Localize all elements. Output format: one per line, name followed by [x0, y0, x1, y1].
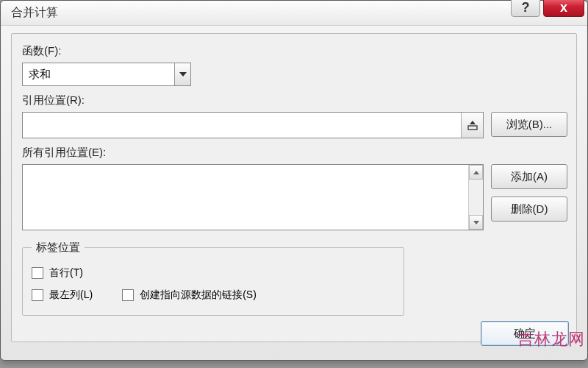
- top-row-option[interactable]: 首行(T): [32, 266, 395, 280]
- chevron-up-icon: [473, 171, 479, 174]
- ok-button-label: 确定: [514, 327, 536, 341]
- all-references-listbox[interactable]: [22, 164, 484, 230]
- label-position-group: 标签位置 首行(T) 最左列(L) 创建指向源数据的链接(S): [22, 241, 404, 316]
- reference-input[interactable]: [23, 119, 461, 132]
- close-icon: x: [560, 0, 567, 15]
- all-references-label: 所有引用位置(E):: [22, 146, 567, 160]
- svg-marker-2: [470, 121, 476, 124]
- close-button[interactable]: x: [543, 0, 584, 17]
- add-button[interactable]: 添加(A): [491, 164, 567, 189]
- help-button[interactable]: ?: [511, 0, 540, 17]
- chevron-down-icon: [179, 72, 187, 77]
- svg-marker-3: [473, 171, 479, 174]
- function-combobox[interactable]: [22, 63, 191, 86]
- create-links-option[interactable]: 创建指向源数据的链接(S): [122, 289, 257, 302]
- delete-button-label: 删除(D): [511, 202, 548, 216]
- left-column-label: 最左列(L): [49, 289, 93, 302]
- create-links-label: 创建指向源数据的链接(S): [140, 289, 257, 302]
- top-row-label: 首行(T): [49, 266, 83, 280]
- help-icon: ?: [522, 0, 530, 15]
- svg-rect-1: [468, 126, 477, 130]
- ok-button[interactable]: 确定: [481, 321, 569, 346]
- function-dropdown-button[interactable]: [174, 63, 190, 85]
- scroll-down-button[interactable]: [469, 215, 483, 230]
- reference-label: 引用位置(R):: [22, 93, 567, 107]
- range-select-icon: [467, 120, 478, 130]
- inner-panel: 函数(F): 引用位置(R):: [11, 33, 577, 342]
- listbox-scrollbar[interactable]: [468, 165, 483, 230]
- top-row-checkbox[interactable]: [32, 267, 43, 279]
- left-column-option[interactable]: 最左列(L): [32, 289, 93, 302]
- scroll-up-button[interactable]: [469, 165, 483, 180]
- reference-row: 浏览(B)...: [22, 112, 567, 138]
- add-button-label: 添加(A): [511, 170, 548, 184]
- function-label: 函数(F):: [22, 44, 567, 58]
- left-column-checkbox[interactable]: [32, 289, 43, 301]
- dialog-window: 合并计算 ? x 函数(F): 引用位置(R):: [0, 0, 588, 361]
- svg-marker-0: [179, 72, 187, 77]
- browse-button-label: 浏览(B)...: [506, 118, 553, 132]
- window-buttons: ? x: [511, 0, 584, 17]
- create-links-checkbox[interactable]: [122, 289, 134, 301]
- browse-button[interactable]: 浏览(B)...: [491, 112, 567, 137]
- dialog-content: 函数(F): 引用位置(R):: [1, 26, 587, 350]
- chevron-down-icon: [473, 221, 479, 224]
- group-legend: 标签位置: [32, 241, 85, 255]
- dialog-footer: 确定: [481, 321, 569, 346]
- reference-box: [22, 112, 484, 138]
- titlebar: 合并计算 ? x: [1, 1, 587, 26]
- range-selector-button[interactable]: [461, 113, 483, 138]
- reference-side-buttons: 添加(A) 删除(D): [491, 164, 567, 222]
- window-title: 合并计算: [11, 5, 58, 21]
- all-references-area: 添加(A) 删除(D): [22, 164, 567, 230]
- svg-marker-4: [473, 221, 479, 224]
- delete-button[interactable]: 删除(D): [491, 197, 567, 222]
- function-input[interactable]: [23, 68, 174, 81]
